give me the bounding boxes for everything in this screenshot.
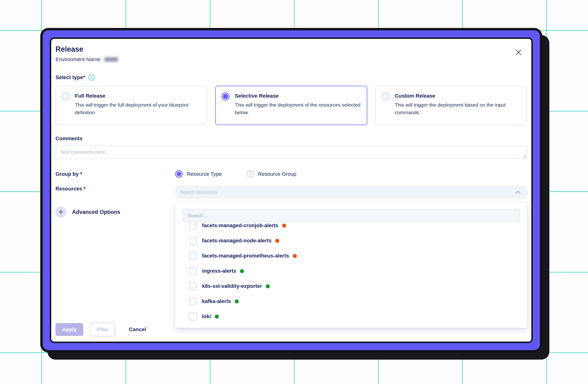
resource-group-radio[interactable] <box>247 170 254 178</box>
group-by-label: Group by * <box>56 171 175 177</box>
card-title: Full Release <box>75 93 201 99</box>
card-description: This will trigger the deployment based o… <box>395 101 521 116</box>
resource-checkbox[interactable] <box>189 252 197 260</box>
environment-name-line: Environment Name: <box>56 56 527 62</box>
resources-label: Resources * <box>56 186 85 192</box>
group-by-resource-group[interactable]: Resource Group <box>247 170 296 178</box>
full-release-radio[interactable] <box>62 92 70 100</box>
resources-list[interactable]: facets-managed-cronjob-alerts facets-man… <box>175 222 527 324</box>
status-dot-green <box>266 284 270 288</box>
resource-name: ingress-alerts <box>202 268 236 274</box>
resource-option[interactable]: kafka-alerts <box>175 294 527 309</box>
status-dot-orange <box>293 254 297 258</box>
resource-name: facets-managed-prometheus-alerts <box>202 253 289 259</box>
status-dot-orange <box>275 239 279 243</box>
resource-option[interactable]: ingress-alerts <box>175 263 527 279</box>
resources-select-placeholder: Select resources <box>180 189 515 195</box>
resource-name: facets-managed-node-alerts <box>202 238 272 244</box>
selective-release-radio[interactable] <box>221 92 230 100</box>
release-type-card-selective[interactable]: Selective Release This will trigger the … <box>215 86 367 125</box>
advanced-options-toggle[interactable]: + Advanced Options <box>56 207 120 217</box>
resource-name: k8s-ssl-validity-exporter <box>202 283 262 289</box>
resource-option[interactable]: loki <box>175 309 527 324</box>
group-by-radio-group: Resource Type Resource Group <box>175 170 527 178</box>
select-type-label: Select type* <box>56 74 85 80</box>
resource-name: facets-managed-cronjob-alerts <box>202 222 278 229</box>
resource-group-label: Resource Group <box>258 171 296 177</box>
status-dot-green <box>240 269 244 273</box>
resource-option[interactable]: k8s-ssl-validity-exporter <box>175 279 527 294</box>
resource-checkbox[interactable] <box>189 237 197 245</box>
resources-select[interactable]: Select resources <box>175 186 527 198</box>
release-type-card-custom[interactable]: Custom Release This will trigger the dep… <box>375 86 527 125</box>
custom-release-radio[interactable] <box>381 92 390 100</box>
release-type-card-full[interactable]: Full Release This will trigger the full … <box>56 86 207 125</box>
search-input[interactable] <box>182 209 520 222</box>
modal-footer: Apply Plan Cancel <box>56 323 146 336</box>
resource-checkbox[interactable] <box>189 267 197 275</box>
resource-name: kafka-alerts <box>202 298 231 304</box>
chevron-up-icon <box>515 191 521 194</box>
resources-dropdown: facets-managed-cronjob-alerts facets-man… <box>175 203 527 328</box>
status-dot-green <box>215 315 219 319</box>
plus-icon: + <box>56 207 66 217</box>
modal-content: Release Environment Name: Select type* i <box>51 39 531 342</box>
resource-option[interactable]: facets-managed-cronjob-alerts <box>175 222 527 233</box>
comments-label: Comments <box>56 135 527 142</box>
resource-option[interactable]: facets-managed-prometheus-alerts <box>175 248 527 263</box>
resource-type-label: Resource Type <box>187 171 222 177</box>
card-description: This will trigger the deployment of the … <box>235 101 361 116</box>
status-dot-orange <box>282 224 286 228</box>
resource-checkbox[interactable] <box>189 298 197 305</box>
release-type-cards: Full Release This will trigger the full … <box>56 86 527 125</box>
resource-option[interactable]: facets-managed-node-alerts <box>175 233 527 248</box>
group-by-resource-type[interactable]: Resource Type <box>175 170 222 178</box>
environment-name-label: Environment Name: <box>56 56 102 62</box>
card-title: Selective Release <box>235 93 361 99</box>
card-description: This will trigger the full deployment of… <box>75 101 201 116</box>
release-modal-panel: Release Environment Name: Select type* i <box>50 38 533 343</box>
release-modal: Release Environment Name: Select type* i <box>40 28 542 352</box>
resource-name: loki <box>202 313 211 320</box>
comments-input[interactable] <box>56 145 527 159</box>
close-button[interactable] <box>514 48 523 57</box>
resource-checkbox[interactable] <box>189 222 197 230</box>
resource-checkbox[interactable] <box>189 313 197 321</box>
close-icon <box>515 49 522 56</box>
status-dot-green <box>235 299 239 304</box>
apply-button[interactable]: Apply <box>56 323 83 336</box>
advanced-options-label: Advanced Options <box>72 209 120 215</box>
environment-name-redacted <box>104 57 118 62</box>
card-title: Custom Release <box>395 93 521 99</box>
resource-type-radio[interactable] <box>175 170 183 178</box>
info-icon[interactable]: i <box>88 74 95 80</box>
resource-checkbox[interactable] <box>189 282 197 290</box>
cancel-button[interactable]: Cancel <box>129 323 146 336</box>
modal-title: Release <box>56 45 527 54</box>
plan-button[interactable]: Plan <box>90 323 115 336</box>
